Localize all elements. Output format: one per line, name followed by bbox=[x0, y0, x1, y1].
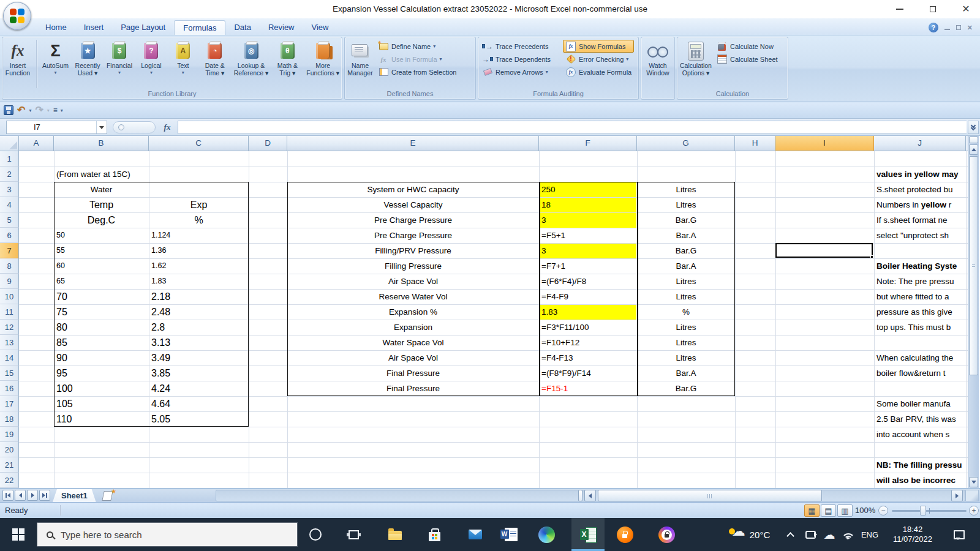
tab-home[interactable]: Home bbox=[37, 20, 75, 35]
cell-J15[interactable]: boiler flow&return t bbox=[874, 365, 966, 381]
language-indicator[interactable]: ENG bbox=[859, 518, 881, 551]
cell-E7[interactable]: Filling/PRV Pressure bbox=[287, 243, 539, 258]
cell-B14[interactable]: 90 bbox=[54, 350, 149, 365]
cell-C9[interactable]: 1.83 bbox=[149, 274, 249, 289]
more-functions-button[interactable]: MoreFunctions ▾ bbox=[305, 39, 341, 77]
cell-E15[interactable]: Final Pressure bbox=[287, 365, 539, 381]
cell-C14[interactable]: 3.49 bbox=[149, 350, 249, 365]
row-header-15[interactable]: 15 bbox=[0, 365, 19, 381]
scroll-left-icon[interactable] bbox=[584, 490, 596, 501]
row-header-14[interactable]: 14 bbox=[0, 350, 19, 365]
customize-quick-access-icon[interactable]: ≡ bbox=[53, 106, 57, 114]
insert-function-button[interactable]: fxInsertFunction bbox=[4, 39, 32, 77]
cell-C13[interactable]: 3.13 bbox=[149, 335, 249, 350]
customize-dropdown-icon[interactable]: ▾ bbox=[61, 108, 63, 113]
cell-E4[interactable]: Vessel Capacity bbox=[287, 197, 539, 212]
row-header-18[interactable]: 18 bbox=[0, 411, 19, 427]
minimize-icon[interactable] bbox=[892, 2, 908, 16]
cell-B7[interactable]: 55 bbox=[54, 243, 149, 258]
column-header-F[interactable]: F bbox=[539, 136, 637, 151]
cell-J19[interactable]: into account when s bbox=[874, 427, 966, 442]
math-trig-button[interactable]: θMath &Trig ▾ bbox=[273, 39, 301, 77]
cell-J8[interactable]: Boiler Heating Syste bbox=[874, 258, 966, 274]
cell-C4[interactable]: Exp bbox=[149, 197, 249, 212]
name-box[interactable]: I7 bbox=[6, 121, 107, 134]
column-header-I[interactable]: I bbox=[775, 136, 874, 151]
row-header-9[interactable]: 9 bbox=[0, 274, 19, 289]
cell-B10[interactable]: 70 bbox=[54, 289, 149, 304]
weather-widget[interactable]: 20°C bbox=[718, 518, 779, 551]
cell-E16[interactable]: Final Pressure bbox=[287, 381, 539, 396]
text-button[interactable]: AText▾ bbox=[169, 39, 197, 77]
use-in-formula-button[interactable]: Use in Formula ▾ bbox=[375, 53, 459, 66]
sheet-tab-active[interactable]: Sheet1 bbox=[53, 489, 96, 502]
cell-B13[interactable]: 85 bbox=[54, 335, 149, 350]
cell-G15[interactable]: Bar.A bbox=[637, 365, 735, 381]
expand-formula-bar-icon[interactable] bbox=[968, 121, 979, 134]
logical-button[interactable]: ?Logical▾ bbox=[137, 39, 165, 77]
cell-E8[interactable]: Filling Pressure bbox=[287, 258, 539, 274]
save-icon[interactable] bbox=[4, 105, 13, 115]
watch-window-button[interactable]: WatchWindow bbox=[644, 39, 672, 77]
recently-used-button[interactable]: ★RecentlyUsed ▾ bbox=[74, 39, 102, 77]
select-all-corner[interactable] bbox=[0, 136, 19, 151]
trace-dependents-button[interactable]: Trace Dependents bbox=[480, 53, 563, 66]
cell-B9[interactable]: 65 bbox=[54, 274, 149, 289]
tab-insert[interactable]: Insert bbox=[75, 20, 113, 35]
row-header-5[interactable]: 5 bbox=[0, 212, 19, 228]
row-header-6[interactable]: 6 bbox=[0, 228, 19, 243]
error-checking-button[interactable]: Error Checking ▾ bbox=[563, 53, 634, 66]
edge-icon[interactable] bbox=[535, 518, 557, 551]
cell-J10[interactable]: but where fitted to a bbox=[874, 289, 966, 304]
column-header-B[interactable]: B bbox=[54, 136, 149, 151]
ribbon-close-icon[interactable]: ✕ bbox=[967, 24, 973, 32]
show-formulas-button[interactable]: Show Formulas bbox=[563, 40, 634, 53]
normal-view-icon[interactable]: ▦ bbox=[804, 504, 820, 517]
cell-F6[interactable]: =F5+1 bbox=[539, 228, 637, 243]
tab-page-layout[interactable]: Page Layout bbox=[112, 20, 174, 35]
tab-view[interactable]: View bbox=[303, 20, 337, 35]
cell-J11[interactable]: pressure as this give bbox=[874, 304, 966, 320]
row-header-22[interactable]: 22 bbox=[0, 473, 19, 488]
clock[interactable]: 18:42 11/07/2022 bbox=[882, 518, 943, 551]
redo-icon[interactable]: ↷ bbox=[35, 105, 43, 115]
horizontal-scroll-thumb[interactable] bbox=[598, 490, 822, 501]
calculate-sheet-button[interactable]: Calculate Sheet bbox=[714, 53, 780, 66]
cell-J17[interactable]: Some boiler manufa bbox=[874, 396, 966, 411]
cell-E5[interactable]: Pre Charge Pressure bbox=[287, 212, 539, 228]
cell-J12[interactable]: top ups. This must b bbox=[874, 320, 966, 335]
cell-F10[interactable]: =F4-F9 bbox=[539, 289, 637, 304]
column-header-H[interactable]: H bbox=[735, 136, 775, 151]
remove-arrows-button[interactable]: Remove Arrows ▾ bbox=[480, 66, 563, 78]
cell-F4[interactable]: 18 bbox=[539, 197, 637, 212]
calculate-now-button[interactable]: Calculate Now bbox=[714, 40, 780, 53]
help-icon[interactable]: ? bbox=[929, 23, 938, 32]
name-manager-button[interactable]: NameManager bbox=[346, 39, 374, 77]
cell-B16[interactable]: 100 bbox=[54, 381, 149, 396]
zoom-slider-thumb[interactable] bbox=[920, 506, 926, 515]
row-header-19[interactable]: 19 bbox=[0, 427, 19, 442]
cell-F13[interactable]: =F10+F12 bbox=[539, 335, 637, 350]
row-header-21[interactable]: 21 bbox=[0, 457, 19, 473]
autosum-button[interactable]: ΣAutoSum▾ bbox=[41, 39, 70, 77]
cell-G8[interactable]: Bar.A bbox=[637, 258, 735, 274]
row-header-20[interactable]: 20 bbox=[0, 442, 19, 457]
cell-G4[interactable]: Litres bbox=[637, 197, 735, 212]
undo-icon[interactable]: ↶ bbox=[17, 105, 25, 115]
redo-dropdown-icon[interactable]: ▾ bbox=[47, 108, 50, 113]
undo-dropdown-icon[interactable]: ▾ bbox=[29, 108, 31, 113]
cell-J4[interactable]: Numbers in yellow r bbox=[874, 197, 966, 212]
row-header-17[interactable]: 17 bbox=[0, 396, 19, 411]
cell-G9[interactable]: Litres bbox=[637, 274, 735, 289]
excel-icon[interactable] bbox=[573, 518, 603, 551]
calculation-options-button[interactable]: CalculationOptions ▾ bbox=[679, 39, 713, 77]
cell-C15[interactable]: 3.85 bbox=[149, 365, 249, 381]
row-header-16[interactable]: 16 bbox=[0, 381, 19, 396]
financial-button[interactable]: $Financial▾ bbox=[105, 39, 134, 77]
cell-J22[interactable]: will also be incorrec bbox=[874, 473, 966, 488]
cell-E13[interactable]: Water Space Vol bbox=[287, 335, 539, 350]
cell-E3[interactable]: System or HWC capacity bbox=[287, 182, 539, 197]
last-sheet-icon[interactable] bbox=[39, 490, 50, 501]
cell-F11[interactable]: 1.83 bbox=[539, 304, 637, 320]
cell-C18[interactable]: 5.05 bbox=[149, 411, 249, 427]
